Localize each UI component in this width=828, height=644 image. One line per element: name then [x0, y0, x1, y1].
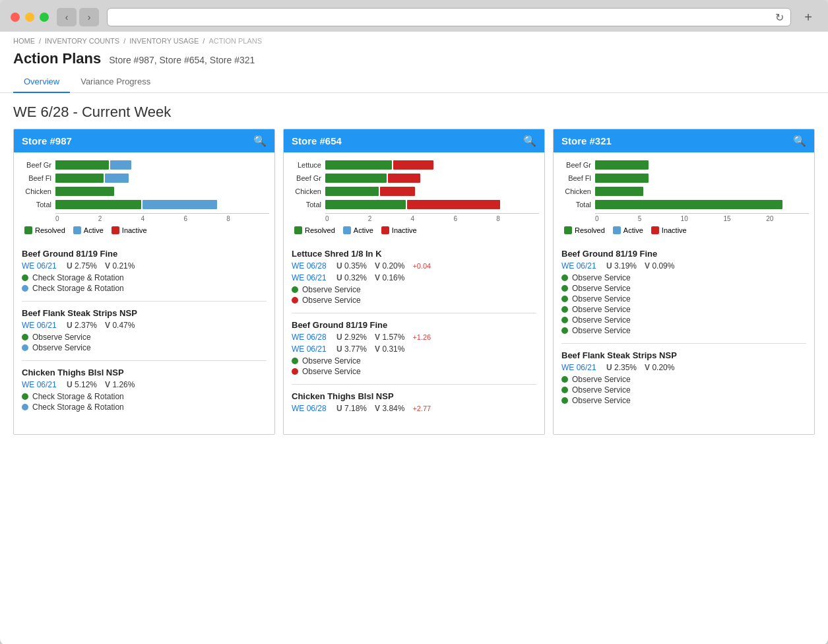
- action-dot-green: [292, 286, 298, 293]
- bar-segment-resolved: [325, 187, 379, 196]
- bar-container: [595, 174, 809, 183]
- bar-label: Total: [289, 201, 325, 209]
- chart-axis: 05101520: [595, 213, 809, 222]
- breadcrumb-usage[interactable]: INVENTORY USAGE: [129, 37, 199, 45]
- action-dot-green: [22, 274, 28, 281]
- legend-active: Active: [73, 226, 104, 234]
- action-item: Check Storage & Rotation: [22, 392, 267, 401]
- legend-resolved: Resolved: [294, 226, 335, 234]
- bar-label: Beef Fl: [559, 174, 595, 182]
- item-u-stat: U 7.18%: [336, 404, 367, 413]
- chart-legend-store654: Resolved Active Inactive: [289, 222, 539, 238]
- bar-label: Beef Gr: [559, 161, 595, 169]
- minimize-button[interactable]: [25, 13, 34, 22]
- action-dot-green: [561, 296, 568, 302]
- action-text: Observe Service: [572, 294, 631, 304]
- zoom-icon-store321[interactable]: 🔍: [793, 135, 806, 147]
- bar-segment-resolved: [55, 200, 141, 209]
- item-name: Chicken Thighs Blsl NSP: [292, 391, 536, 401]
- nav-buttons: ‹ ›: [57, 8, 99, 26]
- bar-container: [595, 160, 809, 170]
- bar-container: [325, 200, 539, 209]
- action-text: Check Storage & Rotation: [32, 392, 124, 401]
- tabs-container: Overview Variance Progress: [0, 67, 828, 93]
- item-name: Beef Flank Steak Strips NSP: [561, 350, 806, 360]
- action-item: Observe Service: [22, 343, 267, 352]
- action-dot-red: [292, 368, 298, 375]
- bar-label: Total: [19, 201, 55, 209]
- store-card-store987: Store #987 🔍Beef GrBeef FlChickenTotal02…: [13, 129, 275, 435]
- item-v-stat: V 0.16%: [375, 273, 404, 282]
- action-text: Observe Service: [572, 375, 631, 384]
- item-stats-row: WE 06/21 U 0.32% V 0.16%: [292, 273, 536, 282]
- action-item: Observe Service: [561, 284, 806, 293]
- item-section: Beef Ground 81/19 FineWE 06/21 U 2.75% V…: [22, 249, 267, 302]
- item-name: Beef Ground 81/19 Fine: [561, 249, 806, 259]
- action-text: Check Storage & Rotation: [32, 273, 124, 282]
- action-dot-green: [561, 306, 568, 313]
- store-title-store654: Store #654: [292, 135, 342, 146]
- breadcrumb-home[interactable]: HOME: [13, 37, 35, 45]
- action-text: Observe Service: [572, 315, 631, 325]
- item-delta: +0.04: [412, 262, 431, 270]
- bar-segment-inactive: [388, 174, 420, 183]
- item-v-stat: V 1.57%: [375, 333, 404, 342]
- bar-label: Beef Gr: [19, 161, 55, 169]
- maximize-button[interactable]: [40, 13, 49, 22]
- reload-button[interactable]: ↻: [775, 11, 784, 24]
- item-u-stat: U 5.12%: [67, 380, 97, 389]
- new-tab-button[interactable]: +: [799, 8, 817, 26]
- item-u-stat: U 3.19%: [606, 261, 637, 271]
- chart-bar-row: Beef Fl: [559, 174, 809, 183]
- item-u-stat: U 2.35%: [606, 363, 637, 372]
- action-dot-blue: [22, 344, 28, 351]
- action-dot-blue: [22, 285, 28, 292]
- item-v-stat: V 0.09%: [645, 261, 674, 271]
- browser-titlebar: ‹ › ↻ +: [0, 0, 828, 32]
- chart-bar-row: Total: [19, 200, 269, 209]
- zoom-icon-store654[interactable]: 🔍: [523, 135, 536, 147]
- chart-bar-row: Beef Gr: [559, 160, 809, 170]
- chart-area-store321: Beef GrBeef FlChickenTotal05101520 Resol…: [554, 152, 814, 243]
- zoom-icon-store987[interactable]: 🔍: [253, 135, 267, 147]
- tab-variance-progress[interactable]: Variance Progress: [70, 73, 161, 93]
- action-text: Observe Service: [32, 343, 91, 352]
- axis-tick: 8: [496, 215, 539, 222]
- item-stats-row: WE 06/28 U 2.92% V 1.57%+1.26: [292, 333, 536, 342]
- action-text: Observe Service: [572, 326, 631, 335]
- bar-label: Total: [559, 201, 595, 209]
- item-section: Beef Ground 81/19 FineWE 06/21 U 3.19% V…: [561, 249, 806, 344]
- back-button[interactable]: ‹: [57, 8, 77, 26]
- tab-overview[interactable]: Overview: [13, 73, 70, 93]
- bar-segment-resolved: [55, 187, 114, 196]
- legend-active-dot: [343, 226, 351, 234]
- chart-bar-row: Chicken: [559, 187, 809, 196]
- page-header: Action Plans Store #987, Store #654, Sto…: [0, 48, 828, 67]
- action-text: Observe Service: [572, 284, 631, 293]
- items-list-store987: Beef Ground 81/19 FineWE 06/21 U 2.75% V…: [14, 243, 274, 432]
- action-dot-green: [561, 397, 568, 404]
- store-title-store987: Store #987: [22, 135, 72, 146]
- chart-bar-row: Chicken: [19, 187, 269, 196]
- bar-container: [595, 187, 809, 196]
- axis-tick: 6: [453, 215, 496, 222]
- item-u-stat: U 2.37%: [67, 321, 97, 330]
- url-input[interactable]: [114, 13, 771, 22]
- bar-segment-resolved: [595, 187, 643, 196]
- forward-button[interactable]: ›: [79, 8, 99, 26]
- browser-window: ‹ › ↻ + HOME / INVENTORY COUNTS / INVENT…: [0, 0, 828, 644]
- bar-container: [55, 187, 269, 196]
- axis-tick: 4: [411, 215, 454, 222]
- item-section: Beef Ground 81/19 FineWE 06/28 U 2.92% V…: [292, 320, 536, 385]
- item-name: Lettuce Shred 1/8 In K: [292, 249, 536, 259]
- breadcrumb-counts[interactable]: INVENTORY COUNTS: [45, 37, 119, 45]
- action-text: Check Storage & Rotation: [32, 402, 124, 412]
- close-button[interactable]: [11, 13, 20, 22]
- page-subtitle: Store #987, Store #654, Store #321: [109, 55, 255, 65]
- store-card-header-store654: Store #654 🔍: [284, 129, 544, 152]
- item-stats-row: WE 06/21 U 3.77% V 0.31%: [292, 344, 536, 354]
- item-stats-row: WE 06/21 U 3.19% V 0.09%: [561, 261, 806, 271]
- action-item: Observe Service: [561, 315, 806, 325]
- bar-label: Chicken: [19, 187, 55, 195]
- item-week: WE 06/28: [292, 261, 331, 271]
